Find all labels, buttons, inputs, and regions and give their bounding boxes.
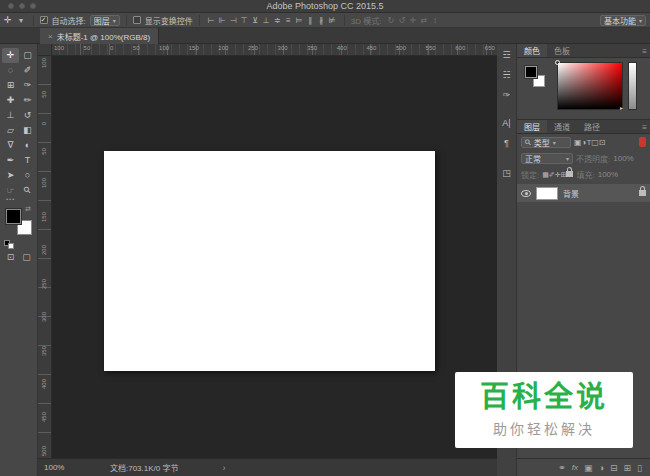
vertical-ruler[interactable]: 10050050100150200250300350400450500 [38,56,52,458]
chevron-down-icon: ▾ [553,139,556,146]
panel-menu-icon[interactable]: ≡ [642,120,647,134]
color-saturation-brightness-field[interactable] [557,62,623,110]
paragraph-panel-icon[interactable]: ¶ [499,136,515,150]
brush-panel-icon[interactable]: ✑ [499,88,515,102]
auto-select-target-dropdown[interactable]: 图层 ▾ [90,15,120,26]
tool-preset-caret-icon[interactable]: ▾ [16,16,27,25]
eyedropper-tool[interactable]: ✑ [19,78,36,93]
swap-colors-icon[interactable]: ⇄ [25,205,31,213]
lock-all-icon[interactable] [566,171,573,177]
hlab-label: 200 [218,44,228,55]
distribute-vertical-centers-icon[interactable]: ≡ [283,16,294,25]
add-layer-mask-icon[interactable]: ▣ [584,463,593,473]
distribute-bottom-edges-icon[interactable]: ⊨ [294,16,305,25]
auto-select-checkbox[interactable] [40,16,48,24]
crop-tool[interactable]: ⊞ [2,78,19,93]
fill-value[interactable]: 100% [598,170,618,179]
tab-swatches[interactable]: 色板 [547,44,577,57]
layer-thumbnail[interactable] [536,187,558,200]
properties-panel-icon[interactable]: ☲ [499,48,515,62]
show-transform-controls-checkbox[interactable] [133,16,141,24]
status-menu-arrow-icon[interactable]: › [222,463,225,473]
chevron-down-icon: ▾ [113,17,116,24]
document-canvas[interactable] [104,151,435,371]
workspace-switcher-dropdown[interactable]: 基本功能 ▾ [600,15,646,26]
color-lightness-slider[interactable] [628,62,637,110]
align-bottom-edges-icon[interactable]: ⊥ [261,16,272,25]
link-layers-icon[interactable]: ⚭ [558,463,566,473]
blur-tool[interactable]: ∇ [2,138,19,153]
rectangular-marquee-tool[interactable]: ▢ [19,48,36,63]
move-tool-preset-icon[interactable]: ✛ [4,15,12,25]
quick-selection-tool[interactable]: ✐ [19,63,36,78]
tab-paths[interactable]: 路径 [577,120,607,133]
distribute-horizontal-centers-icon[interactable]: ∦ [316,16,327,25]
3d-scale-icon[interactable]: ↕ [429,16,440,25]
align-right-edges-icon[interactable]: ⊣ [228,16,239,25]
dodge-tool[interactable]: ◐ [19,138,36,153]
foreground-color-swatch[interactable] [6,209,21,224]
panel-menu-icon[interactable]: ≡ [642,44,647,58]
horizontal-ruler[interactable]: 1005005010015020025030035040045050055060… [52,44,497,56]
type-tool[interactable]: T [19,153,36,168]
filter-on-off-toggle[interactable] [639,137,646,147]
new-group-icon[interactable]: ⊟ [610,463,618,473]
document-viewport[interactable] [52,56,497,458]
gradient-tool[interactable]: ◧ [19,123,36,138]
filter-smart-objects-icon[interactable]: ⊡ [599,138,606,147]
path-selection-tool[interactable]: ➤ [2,168,19,183]
window-zoom-button[interactable] [30,3,36,9]
align-vertical-centers-icon[interactable]: ⊻ [250,16,261,25]
history-brush-tool[interactable]: ↺ [19,108,36,123]
auto-select-label: 自动选择: [52,15,86,26]
screen-mode-button[interactable]: ▢ [20,252,33,263]
eraser-tool[interactable]: ▱ [2,123,19,138]
new-layer-icon[interactable]: ⊞ [624,463,632,473]
document-tab-bar: × 未标题-1 @ 100%(RGB/8) [0,28,650,44]
delete-layer-icon[interactable]: ▯ [637,463,642,473]
quick-mask-mode-button[interactable]: ⊡ [4,252,17,263]
layer-row-background[interactable]: 背景 [517,184,650,202]
3d-roll-icon[interactable]: ↺ [396,16,407,25]
blend-mode-dropdown[interactable]: 正常 ▾ [521,153,573,164]
default-colors-icon[interactable] [4,240,16,250]
distribute-top-edges-icon[interactable]: ≑ [272,16,283,25]
lasso-tool[interactable]: ◌ [2,63,19,78]
distribute-right-edges-icon[interactable]: ⊭ [327,16,338,25]
filter-shape-layers-icon[interactable]: ▢ [591,138,599,147]
3d-slide-icon[interactable]: ⇄ [418,16,429,25]
layer-filter-type-dropdown[interactable]: ⚲ 类型 ▾ [521,137,571,148]
edit-toolbar-ellipsis-icon[interactable]: ••• [6,196,15,202]
brush-tool[interactable]: ✏ [19,93,36,108]
close-tab-icon[interactable]: × [48,32,53,41]
align-top-edges-icon[interactable]: ⊤ [239,16,250,25]
window-minimize-button[interactable] [19,3,25,9]
character-panel-icon[interactable]: A| [499,116,515,130]
history-panel-icon[interactable]: ☵ [499,68,515,82]
3d-drag-icon[interactable]: ✛ [407,16,418,25]
clone-stamp-tool[interactable]: ⊥ [2,108,19,123]
tab-channels[interactable]: 通道 [547,120,577,133]
align-horizontal-centers-icon[interactable]: ⊩ [217,16,228,25]
spot-healing-brush-tool[interactable]: ✚ [2,93,19,108]
layer-style-icon[interactable]: fx [572,463,578,472]
align-left-edges-icon[interactable]: ⊢ [206,16,217,25]
distribute-left-edges-icon[interactable]: ∥ [305,16,316,25]
document-tab[interactable]: × 未标题-1 @ 100%(RGB/8) [40,28,159,44]
tab-color[interactable]: 颜色 [517,44,547,57]
background-lock-icon[interactable] [639,190,646,196]
layer-visibility-eye-icon[interactable] [521,190,531,197]
tab-layers[interactable]: 图层 [517,120,547,133]
lock-transparent-pixels-icon[interactable]: ▦ [542,171,549,178]
filter-pixel-layers-icon[interactable]: ▣ [574,138,582,147]
ruler-origin-corner[interactable] [38,44,52,56]
move-tool[interactable]: ✛ [2,48,19,63]
opacity-value[interactable]: 100% [613,154,633,163]
3d-rotate-icon[interactable]: ↻ [385,16,396,25]
libraries-panel-icon[interactable]: ◳ [499,166,515,180]
color-panel-foreground-swatch[interactable] [525,66,537,78]
pen-tool[interactable]: ✒ [2,153,19,168]
zoom-level-field[interactable]: 100% [44,463,74,472]
window-close-button[interactable] [8,3,14,9]
new-adjustment-layer-icon[interactable]: ◑ [599,463,604,473]
